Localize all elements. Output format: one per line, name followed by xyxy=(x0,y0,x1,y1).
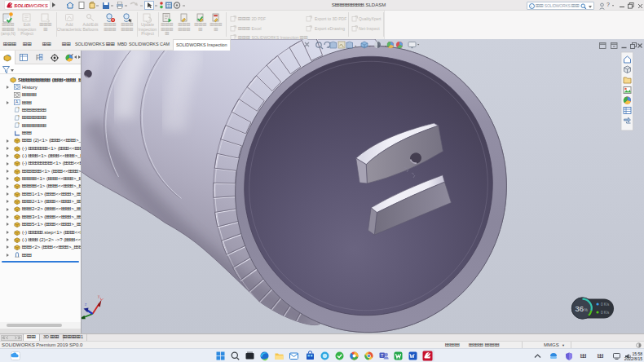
svg-text:SOLID: SOLID xyxy=(14,2,29,8)
svg-text:WORKS: WORKS xyxy=(29,2,49,8)
svg-text:i: i xyxy=(531,4,532,8)
svg-text:0 K/s: 0 K/s xyxy=(601,302,610,307)
svg-text:A: A xyxy=(15,99,19,104)
svg-text:%: % xyxy=(584,307,589,312)
svg-text:36: 36 xyxy=(576,304,584,313)
svg-text:0 K/s: 0 K/s xyxy=(601,311,610,315)
